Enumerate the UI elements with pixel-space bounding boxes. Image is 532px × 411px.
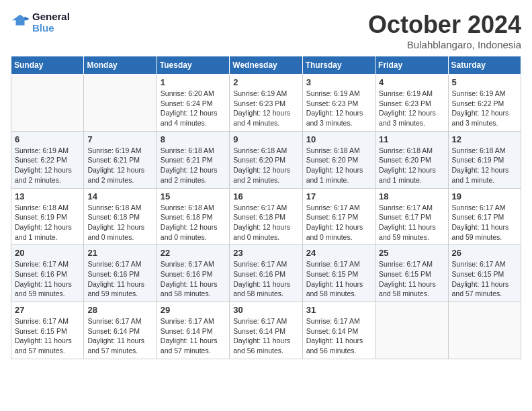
day-info: Sunrise: 6:19 AMSunset: 6:21 PMDaylight:… <box>87 146 152 185</box>
day-info: Sunrise: 6:17 AMSunset: 6:17 PMDaylight:… <box>452 203 517 242</box>
location: Bulahblangaro, Indonesia <box>368 39 521 50</box>
day-info: Sunrise: 6:18 AMSunset: 6:18 PMDaylight:… <box>87 203 152 242</box>
day-info: Sunrise: 6:17 AMSunset: 6:17 PMDaylight:… <box>379 203 444 242</box>
calendar-week-2: 6Sunrise: 6:19 AMSunset: 6:22 PMDaylight… <box>11 131 521 188</box>
calendar-cell: 28Sunrise: 6:17 AMSunset: 6:14 PMDayligh… <box>84 302 157 359</box>
day-info: Sunrise: 6:18 AMSunset: 6:18 PMDaylight:… <box>161 203 226 242</box>
day-info: Sunrise: 6:19 AMSunset: 6:23 PMDaylight:… <box>306 89 371 128</box>
day-info: Sunrise: 6:17 AMSunset: 6:14 PMDaylight:… <box>161 316 226 356</box>
calendar-cell: 4Sunrise: 6:19 AMSunset: 6:23 PMDaylight… <box>375 75 448 132</box>
day-info: Sunrise: 6:17 AMSunset: 6:15 PMDaylight:… <box>379 259 444 299</box>
calendar-cell: 19Sunrise: 6:17 AMSunset: 6:17 PMDayligh… <box>448 188 521 245</box>
calendar-cell: 23Sunrise: 6:17 AMSunset: 6:16 PMDayligh… <box>230 245 302 302</box>
day-number: 17 <box>306 191 371 201</box>
day-number: 1 <box>161 77 226 87</box>
weekday-header-tuesday: Tuesday <box>157 56 229 75</box>
day-number: 26 <box>452 248 517 258</box>
calendar-cell: 25Sunrise: 6:17 AMSunset: 6:15 PMDayligh… <box>375 245 448 302</box>
day-number: 11 <box>379 134 444 144</box>
calendar-week-4: 20Sunrise: 6:17 AMSunset: 6:16 PMDayligh… <box>11 245 521 302</box>
day-info: Sunrise: 6:19 AMSunset: 6:23 PMDaylight:… <box>233 89 298 128</box>
day-info: Sunrise: 6:17 AMSunset: 6:16 PMDaylight:… <box>15 259 80 299</box>
day-number: 23 <box>233 248 298 258</box>
calendar-cell: 12Sunrise: 6:18 AMSunset: 6:19 PMDayligh… <box>448 131 521 188</box>
day-number: 24 <box>306 248 371 258</box>
calendar-cell: 5Sunrise: 6:19 AMSunset: 6:22 PMDaylight… <box>448 75 521 132</box>
day-info: Sunrise: 6:17 AMSunset: 6:15 PMDaylight:… <box>306 259 371 299</box>
weekday-header-wednesday: Wednesday <box>230 56 302 75</box>
day-info: Sunrise: 6:18 AMSunset: 6:20 PMDaylight:… <box>306 146 371 185</box>
logo: General Blue <box>11 11 70 34</box>
day-info: Sunrise: 6:17 AMSunset: 6:14 PMDaylight:… <box>306 316 371 356</box>
day-info: Sunrise: 6:18 AMSunset: 6:19 PMDaylight:… <box>452 146 517 185</box>
day-number: 15 <box>161 191 226 201</box>
day-number: 18 <box>379 191 444 201</box>
day-info: Sunrise: 6:19 AMSunset: 6:22 PMDaylight:… <box>452 89 517 128</box>
calendar-cell: 10Sunrise: 6:18 AMSunset: 6:20 PMDayligh… <box>302 131 375 188</box>
day-number: 10 <box>306 134 371 144</box>
calendar-cell: 6Sunrise: 6:19 AMSunset: 6:22 PMDaylight… <box>11 131 84 188</box>
day-info: Sunrise: 6:17 AMSunset: 6:15 PMDaylight:… <box>452 259 517 299</box>
calendar-cell: 31Sunrise: 6:17 AMSunset: 6:14 PMDayligh… <box>302 302 375 359</box>
day-info: Sunrise: 6:17 AMSunset: 6:17 PMDaylight:… <box>306 203 371 242</box>
day-number: 25 <box>379 248 444 258</box>
calendar-cell <box>375 302 448 359</box>
day-info: Sunrise: 6:17 AMSunset: 6:18 PMDaylight:… <box>233 203 298 242</box>
day-number: 5 <box>452 77 517 87</box>
day-number: 3 <box>306 77 371 87</box>
calendar-cell: 20Sunrise: 6:17 AMSunset: 6:16 PMDayligh… <box>11 245 84 302</box>
title-block: October 2024 Bulahblangaro, Indonesia <box>368 11 521 50</box>
day-info: Sunrise: 6:17 AMSunset: 6:14 PMDaylight:… <box>87 316 152 356</box>
calendar-cell: 18Sunrise: 6:17 AMSunset: 6:17 PMDayligh… <box>375 188 448 245</box>
day-number: 21 <box>87 248 152 258</box>
day-number: 31 <box>306 305 371 315</box>
calendar-cell: 2Sunrise: 6:19 AMSunset: 6:23 PMDaylight… <box>230 75 302 132</box>
day-number: 2 <box>233 77 298 87</box>
weekday-header-thursday: Thursday <box>302 56 375 75</box>
calendar-cell: 15Sunrise: 6:18 AMSunset: 6:18 PMDayligh… <box>157 188 229 245</box>
calendar-cell: 26Sunrise: 6:17 AMSunset: 6:15 PMDayligh… <box>448 245 521 302</box>
weekday-header-row: SundayMondayTuesdayWednesdayThursdayFrid… <box>11 56 521 75</box>
day-number: 19 <box>452 191 517 201</box>
day-info: Sunrise: 6:17 AMSunset: 6:16 PMDaylight:… <box>233 259 298 299</box>
logo-text: General Blue <box>32 11 70 34</box>
calendar-table: SundayMondayTuesdayWednesdayThursdayFrid… <box>11 56 521 359</box>
calendar-week-3: 13Sunrise: 6:18 AMSunset: 6:19 PMDayligh… <box>11 188 521 245</box>
weekday-header-monday: Monday <box>84 56 157 75</box>
calendar-cell: 24Sunrise: 6:17 AMSunset: 6:15 PMDayligh… <box>302 245 375 302</box>
day-info: Sunrise: 6:18 AMSunset: 6:21 PMDaylight:… <box>161 146 226 185</box>
day-info: Sunrise: 6:18 AMSunset: 6:20 PMDaylight:… <box>233 146 298 185</box>
calendar-week-5: 27Sunrise: 6:17 AMSunset: 6:15 PMDayligh… <box>11 302 521 359</box>
day-number: 8 <box>161 134 226 144</box>
day-number: 12 <box>452 134 517 144</box>
calendar-cell: 3Sunrise: 6:19 AMSunset: 6:23 PMDaylight… <box>302 75 375 132</box>
day-number: 27 <box>15 305 80 315</box>
day-number: 29 <box>161 305 226 315</box>
calendar-cell: 21Sunrise: 6:17 AMSunset: 6:16 PMDayligh… <box>84 245 157 302</box>
calendar-cell: 29Sunrise: 6:17 AMSunset: 6:14 PMDayligh… <box>157 302 229 359</box>
calendar-cell: 16Sunrise: 6:17 AMSunset: 6:18 PMDayligh… <box>230 188 302 245</box>
weekday-header-friday: Friday <box>375 56 448 75</box>
day-number: 9 <box>233 134 298 144</box>
day-info: Sunrise: 6:19 AMSunset: 6:23 PMDaylight:… <box>379 89 444 128</box>
day-info: Sunrise: 6:18 AMSunset: 6:20 PMDaylight:… <box>379 146 444 185</box>
day-info: Sunrise: 6:17 AMSunset: 6:15 PMDaylight:… <box>15 316 80 356</box>
day-number: 28 <box>87 305 152 315</box>
day-number: 6 <box>15 134 80 144</box>
calendar-cell <box>84 75 157 132</box>
calendar-cell: 17Sunrise: 6:17 AMSunset: 6:17 PMDayligh… <box>302 188 375 245</box>
day-info: Sunrise: 6:18 AMSunset: 6:19 PMDaylight:… <box>15 203 80 242</box>
day-number: 20 <box>15 248 80 258</box>
day-info: Sunrise: 6:19 AMSunset: 6:22 PMDaylight:… <box>15 146 80 185</box>
day-number: 30 <box>233 305 298 315</box>
calendar-cell: 14Sunrise: 6:18 AMSunset: 6:18 PMDayligh… <box>84 188 157 245</box>
day-info: Sunrise: 6:17 AMSunset: 6:16 PMDaylight:… <box>161 259 226 299</box>
page-header: General Blue October 2024 Bulahblangaro,… <box>11 11 521 50</box>
calendar-cell: 27Sunrise: 6:17 AMSunset: 6:15 PMDayligh… <box>11 302 84 359</box>
day-info: Sunrise: 6:17 AMSunset: 6:14 PMDaylight:… <box>233 316 298 356</box>
day-info: Sunrise: 6:17 AMSunset: 6:16 PMDaylight:… <box>87 259 152 299</box>
calendar-cell: 9Sunrise: 6:18 AMSunset: 6:20 PMDaylight… <box>230 131 302 188</box>
day-number: 16 <box>233 191 298 201</box>
calendar-cell: 13Sunrise: 6:18 AMSunset: 6:19 PMDayligh… <box>11 188 84 245</box>
calendar-week-1: 1Sunrise: 6:20 AMSunset: 6:24 PMDaylight… <box>11 75 521 132</box>
